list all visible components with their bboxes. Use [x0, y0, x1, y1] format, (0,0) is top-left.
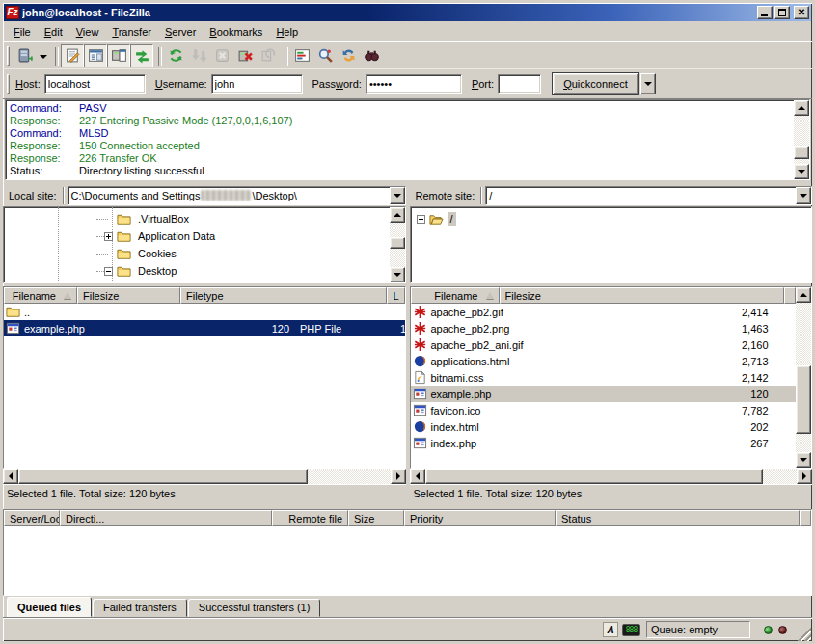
password-input[interactable] [366, 74, 462, 94]
queue-column-header[interactable]: Remote file [272, 510, 348, 526]
scroll-down-button[interactable] [794, 164, 809, 179]
transfer-queue-toggle-icon[interactable] [130, 44, 153, 67]
file-row[interactable]: applications.html 2,713 [411, 353, 797, 369]
window-resize-grip[interactable] [797, 627, 811, 641]
local-horizontal-scrollbar[interactable] [3, 469, 406, 484]
queue-column-header[interactable]: Server/Local file [4, 510, 60, 526]
scroll-left-button[interactable] [410, 469, 425, 484]
scroll-thumb[interactable] [390, 237, 405, 249]
file-row[interactable]: index.html 202 [411, 418, 797, 435]
tree-item[interactable]: / [411, 210, 812, 228]
username-input[interactable] [211, 74, 303, 94]
filter-icon[interactable] [360, 44, 383, 67]
scroll-up-button[interactable] [796, 287, 811, 303]
quickconnect-bar: Host: Username: Password: Port: Quickcon… [3, 68, 812, 98]
refresh-icon[interactable] [164, 44, 187, 67]
scroll-thumb[interactable] [18, 469, 308, 484]
remote-list-scrollbar[interactable] [796, 287, 811, 468]
file-row[interactable]: .. [4, 304, 405, 320]
remote-site-dropdown-button[interactable] [796, 187, 811, 204]
queue-tab[interactable]: Successful transfers (1) [188, 599, 321, 617]
scroll-right-button[interactable] [797, 469, 812, 484]
menu-item[interactable]: View [69, 24, 106, 40]
file-row[interactable]: apache_pb2_ani.gif 2,160 [411, 336, 797, 353]
port-label: Port: [472, 78, 494, 90]
menu-item[interactable]: Bookmarks [203, 24, 269, 40]
maximize-button[interactable] [774, 6, 790, 19]
tree-expander[interactable] [104, 267, 113, 276]
php-file-icon [413, 387, 427, 401]
queue-tab[interactable]: Failed transfers [93, 599, 187, 617]
synchronized-browsing-icon[interactable] [337, 44, 360, 67]
menu-item[interactable]: Server [158, 24, 203, 40]
tree-item[interactable]: Cookies [4, 245, 390, 262]
scroll-right-button[interactable] [391, 469, 406, 484]
reconnect-icon[interactable] [257, 44, 280, 67]
scroll-down-button[interactable] [796, 452, 811, 468]
scroll-thumb[interactable] [794, 146, 809, 159]
scroll-up-button[interactable] [390, 207, 405, 223]
queue-tab[interactable]: Queued files [7, 597, 92, 617]
file-row[interactable]: example.php 120 [411, 386, 797, 402]
tree-expander[interactable] [417, 215, 425, 224]
apache-feather-icon [413, 337, 427, 352]
password-label: Password: [312, 78, 362, 90]
host-input[interactable] [44, 74, 146, 94]
tree-expander[interactable] [104, 232, 113, 241]
quickconnect-dropdown-button[interactable] [640, 73, 656, 94]
queue-column-header[interactable]: Status [556, 510, 800, 526]
scroll-thumb[interactable] [425, 469, 763, 484]
site-manager-icon[interactable] [14, 44, 37, 67]
remote-site-combo[interactable]: / [485, 186, 812, 205]
cancel-icon[interactable] [210, 44, 233, 67]
local-tree-scrollbar[interactable] [390, 207, 405, 282]
file-row[interactable]: index.php 267 [411, 435, 797, 451]
disconnect-icon[interactable] [233, 44, 257, 67]
column-header[interactable]: Filename [4, 287, 77, 304]
remote-horizontal-scrollbar[interactable] [410, 469, 813, 484]
scroll-thumb[interactable] [796, 365, 811, 434]
column-header[interactable]: L [387, 287, 404, 304]
port-input[interactable] [498, 74, 541, 94]
minimize-button[interactable] [757, 6, 773, 19]
menu-item[interactable]: Edit [38, 24, 69, 40]
menu-item[interactable]: Help [269, 24, 305, 40]
menu-item[interactable]: Transfer [105, 24, 158, 40]
close-button[interactable]: ✕ [794, 6, 809, 19]
tree-item[interactable]: .VirtualBox [4, 210, 390, 228]
local-site-combo[interactable]: C:\Documents and Settings\Desktop\ [68, 186, 406, 205]
queue-column-header[interactable]: Size [348, 510, 404, 526]
process-queue-icon[interactable] [187, 44, 210, 67]
column-header[interactable]: Filesize [77, 287, 180, 304]
menu-item[interactable]: File [7, 24, 38, 40]
message-log-toggle-icon[interactable] [61, 44, 84, 67]
local-tree-toggle-icon[interactable] [84, 44, 107, 67]
column-header[interactable] [784, 287, 796, 304]
chevron-down-icon [644, 82, 652, 86]
scroll-left-button[interactable] [3, 469, 18, 484]
column-header[interactable]: Filetype [180, 287, 387, 304]
file-row[interactable]: favicon.ico 7,782 [411, 402, 797, 418]
directory-comparison-icon[interactable] [290, 44, 313, 67]
file-row[interactable]: example.php 120 PHP File 1 [4, 320, 405, 336]
file-row[interactable]: apache_pb2.gif 2,414 [411, 304, 797, 320]
tree-item[interactable]: Application Data [4, 228, 390, 245]
queue-column-header[interactable]: Priority [404, 510, 556, 526]
file-row[interactable]: apache_pb2.png 1,463 [411, 320, 797, 336]
log-line: Status:Directory listing successful [10, 165, 794, 177]
find-files-icon[interactable] [313, 44, 337, 67]
column-header[interactable]: Filesize [500, 287, 785, 304]
quickconnect-button[interactable]: Quickconnect [553, 73, 638, 94]
local-site-dropdown-button[interactable] [390, 187, 405, 204]
remote-tree-toggle-icon[interactable] [107, 44, 130, 67]
scroll-up-button[interactable] [794, 100, 809, 116]
log-scrollbar[interactable] [794, 100, 809, 179]
queue-column-header[interactable]: Directi... [60, 510, 272, 526]
tree-item[interactable]: Desktop [4, 262, 390, 280]
column-header[interactable]: Filename [411, 287, 500, 304]
file-row[interactable]: bitnami.css 2,142 [411, 369, 797, 386]
queue-column-header[interactable] [800, 510, 811, 526]
scroll-down-button[interactable] [390, 267, 405, 282]
log-line-text: PASV [79, 102, 107, 114]
local-path-pre: C:\Documents and Settings [71, 190, 201, 201]
